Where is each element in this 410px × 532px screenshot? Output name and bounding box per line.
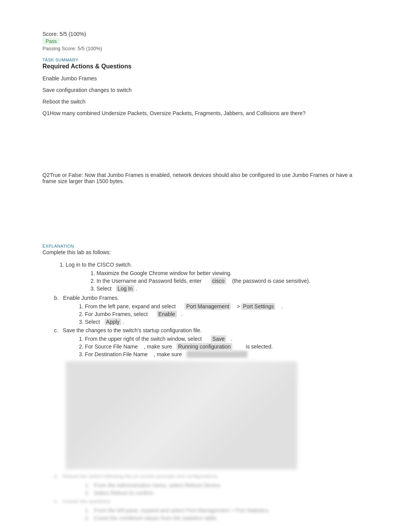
pass-badge: Pass [42,38,60,44]
step-a-sub-3: Select Log In . [97,286,368,292]
step-c-sub-1: From the upper right of the switch windo… [85,336,368,342]
step-b: b. Enable Jumbo Frames. From the left pa… [54,295,368,325]
q1-answer-area [42,122,368,168]
q1-id: Q1 [42,110,50,116]
score-label: Score: 5/5 (100%) [42,31,368,37]
q1-text: How many combined Undersize Packets, Ove… [50,110,306,116]
blurred-extra-steps: d. Reboot the switch following the on-sc… [42,473,368,521]
question-2: Q2True or False: Now that Jumbo Frames i… [42,172,368,184]
score-section: Score: 5/5 (100%) Pass Passing Score: 5/… [42,31,368,51]
task-item-2: Save configuration changes to switch [42,87,368,93]
step-a-sub-2: In the Username and Password fields, ent… [97,278,368,284]
step-b-sub-1: From the left pane, expand and select Po… [85,303,368,309]
step-b-sub-list: From the left pane, expand and select Po… [54,303,368,325]
step-a-sub-1: Maximize the Google Chrome window for be… [97,270,368,276]
task-summary-title: Required Actions & Questions [42,63,368,70]
step-c-sub-3: For Destination File Name , make sure [85,351,368,357]
explanation-label: EXPLANATION [42,244,368,248]
blurred-content-area [66,361,297,469]
passing-score: Passing Score: 5/5 (100%) [42,46,368,51]
explanation-section: EXPLANATION Complete this lab as follows… [42,244,368,521]
alpha-steps-list: b. Enable Jumbo Frames. From the left pa… [42,295,368,357]
question-1: Q1How many combined Undersize Packets, O… [42,110,368,116]
step-a-main: Log in to the CISCO switch. Maximize the… [66,262,368,292]
explanation-intro: Complete this lab as follows: [42,249,368,255]
task-summary-section: TASK SUMMARY Required Actions & Question… [42,58,368,236]
step-b-sub-2: For Jumbo Frames, select Enable . [85,311,368,317]
step-c-sub-list: From the upper right of the switch windo… [54,336,368,357]
main-steps-list: Log in to the CISCO switch. Maximize the… [42,262,368,292]
task-item-3: Reboot the switch [42,99,368,105]
step-b-sub-3: Select Apply . [85,319,368,325]
q2-id: Q2 [42,172,50,178]
q2-text: True or False: Now that Jumbo Frames is … [42,172,352,184]
step-c: c. Save the changes to the switch's star… [54,327,368,357]
step-a-sub-list: Maximize the Google Chrome window for be… [66,270,368,292]
task-item-1: Enable Jumbo Frames [42,75,368,82]
task-summary-label: TASK SUMMARY [42,58,368,62]
q2-answer-area [42,190,368,236]
step-c-sub-2: For Source File Name , make sure Running… [85,343,368,350]
